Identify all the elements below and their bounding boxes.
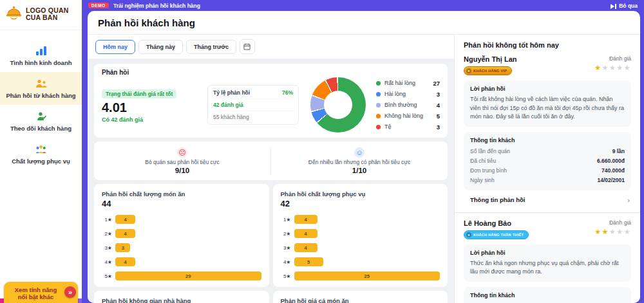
view-features-button[interactable]: Xem tính năng nổi bật khác » — [4, 282, 78, 303]
skip-icon — [611, 0, 616, 12]
star-icon: ★ — [602, 64, 609, 71]
sidebar-item-label: Tình hình kinh doanh — [3, 59, 79, 66]
loyal-badge: ★ KHÁCH HÀNG THÂN THIẾT — [464, 230, 529, 239]
page-title: Phản hồi khách hàng — [98, 17, 630, 28]
star-icon: ★ — [624, 64, 631, 71]
bar-fill: 4 — [294, 229, 317, 238]
legend-row: Hài lòng 3 — [376, 91, 440, 98]
sidebar-menu: Tình hình kinh doanh Phản hồi từ khách h… — [0, 30, 82, 170]
bar-row: 1★ 4 — [281, 215, 440, 224]
chart-total: 44 — [102, 199, 261, 208]
sidebar: LOGO QUAN CUA BAN Tình hình kinh doanh — [0, 0, 82, 303]
metric-label: Bỏ quán sau phản hồi tiêu cực — [145, 159, 219, 165]
customer-card: Nguyễn Thị Lan ★ KHÁCH HÀNG VIP Đánh giá… — [464, 55, 631, 210]
metric-left-restaurant: ☹ Bỏ quán sau phản hồi tiêu cực 9/10 — [94, 146, 270, 176]
main-column: Hôm nay Tháng này Tháng trước Ph — [88, 35, 454, 303]
star-icon: ★ — [594, 64, 601, 71]
rate-value: 76% — [282, 89, 293, 96]
legend-label: Rất hài lòng — [384, 80, 415, 86]
chart-title: Phản hồi không gian nhà hàng — [102, 297, 261, 303]
feedback-people-icon — [3, 78, 79, 89]
bar-fill: 4 — [115, 229, 135, 238]
bar-track: 4 — [294, 215, 440, 224]
legend-dot — [376, 103, 381, 107]
double-arrow-icon[interactable]: » — [64, 286, 76, 298]
info-box-title: Thông tin khách — [470, 137, 625, 143]
star-level-label: 1★ — [102, 217, 112, 223]
legend-label: Tệ — [384, 124, 392, 130]
happy-face-icon: ☺ — [354, 147, 365, 158]
feedback-text: Thức ăn khá ngon nhưng phục vụ quá chậm,… — [470, 259, 625, 277]
reviews-note: Có 42 đánh giá — [102, 116, 198, 123]
star-level-label: 2★ — [102, 231, 112, 237]
calendar-icon — [243, 41, 251, 53]
legend-label: Hài lòng — [384, 91, 406, 97]
star-icon: ★ — [609, 228, 616, 235]
rating-label: Đánh giá — [594, 219, 631, 226]
bar-track: 4 — [115, 215, 261, 224]
rating-label: Đánh giá — [594, 55, 631, 62]
bar-row: 2★ 4 — [281, 229, 440, 238]
bar-row: 3★ 3 — [102, 243, 261, 252]
divider — [455, 212, 640, 213]
chevron-right-icon: › — [627, 196, 630, 204]
vip-badge: ★ KHÁCH HÀNG VIP — [464, 66, 512, 75]
tab-this-month[interactable]: Tháng này — [138, 40, 183, 54]
star-level-label: 2★ — [281, 231, 291, 237]
customer-name: Lê Hoàng Bảo — [464, 219, 529, 227]
cloche-logo-icon — [5, 5, 23, 23]
feedback-detail-link[interactable]: Thông tin phản hồi › — [464, 190, 631, 210]
bar-row: 5★ 29 — [102, 271, 261, 280]
brand-name: LOGO QUAN CUA BAN — [26, 7, 69, 21]
demo-topbar-title: Trải nghiệm phản hồi khách hàng — [113, 3, 200, 9]
sidebar-item-customer-track[interactable]: Theo dõi khách hàng — [0, 105, 82, 138]
legend-dot — [376, 125, 381, 129]
sidebar-item-business[interactable]: Tình hình kinh doanh — [0, 39, 82, 72]
bar-row: 5★ 25 — [281, 271, 440, 280]
bar-track: 29 — [115, 271, 261, 280]
star-level-label: 1★ — [281, 217, 291, 223]
skip-button[interactable]: Bỏ qua — [611, 0, 638, 12]
bar-track: 25 — [294, 271, 440, 280]
metric-returning-negative: ☺ Đến nhiều lần nhưng có phản hồi tiêu c… — [270, 146, 448, 176]
sidebar-item-feedback[interactable]: Phản hồi từ khách hàng — [0, 72, 82, 105]
star-bar-chart: 1★ 4 2★ 4 3★ 4 4★ 5 5★ 25 — [281, 215, 440, 280]
chart-title: Phản hồi chất lượng phục vụ — [281, 190, 440, 197]
legend-row: Bình thường 4 — [376, 102, 440, 109]
legend-label: Bình thường — [384, 102, 417, 108]
status-badge: Trạng thái đánh giá rất tốt — [102, 89, 176, 98]
tab-today[interactable]: Hôm nay — [95, 40, 135, 54]
legend-label: Không hài lòng — [384, 113, 423, 119]
bar-track: 4 — [294, 243, 440, 252]
brand-logo[interactable]: LOGO QUAN CUA BAN — [0, 0, 82, 30]
legend-row: Tệ 3 — [376, 124, 440, 131]
chart-title: Phản hồi giá cả món ăn — [281, 297, 440, 303]
sidebar-item-service-quality[interactable]: Chất lượng phục vụ — [0, 138, 82, 170]
sidebar-item-label: Chất lượng phục vụ — [3, 158, 79, 165]
feedback-box: Lời phản hồi Thức ăn khá ngon nhưng phục… — [464, 244, 631, 282]
food-quality-chart-card: Phản hồi chất lượng món ăn 44 1★ 4 2★ 4 … — [94, 184, 269, 287]
cta-label-2: nổi bật khác — [10, 293, 61, 300]
metric-label: Đến nhiều lần nhưng có phản hồi tiêu cực — [308, 159, 410, 165]
star-icon: ★ — [609, 64, 616, 71]
star-level-label: 5★ — [281, 273, 291, 279]
bar-row: 1★ 4 — [102, 215, 261, 224]
legend-value: 3 — [437, 124, 440, 131]
bar-fill: 4 — [115, 257, 135, 266]
star-level-label: 4★ — [281, 259, 291, 265]
customer-card: Lê Hoàng Bảo ★ KHÁCH HÀNG THÂN THIẾT Đán… — [464, 219, 631, 303]
star-level-label: 4★ — [102, 259, 112, 265]
legend-value: 4 — [437, 102, 440, 109]
bar-fill: 25 — [294, 271, 440, 280]
period-tabs: Hôm nay Tháng này Tháng trước — [88, 35, 454, 59]
page-header: Phản hồi khách hàng — [88, 11, 640, 35]
info-box-title: Thông tin khách — [470, 292, 625, 298]
tab-last-month[interactable]: Tháng trước — [186, 40, 236, 54]
cta-label: Xem tính năng — [10, 286, 61, 293]
dashboard-scroll-area[interactable]: Phản hồi Trạng thái đánh giá rất tốt 4.0… — [88, 59, 454, 303]
bar-row: 4★ 5 — [281, 257, 440, 266]
feedback-box-title: Lời phản hồi — [470, 86, 625, 92]
bar-row: 4★ 4 — [102, 257, 261, 266]
negative-feedback-panel[interactable]: Phản hồi không tốt hôm nay Nguyễn Thị La… — [454, 35, 640, 303]
date-picker-button[interactable] — [240, 39, 255, 54]
